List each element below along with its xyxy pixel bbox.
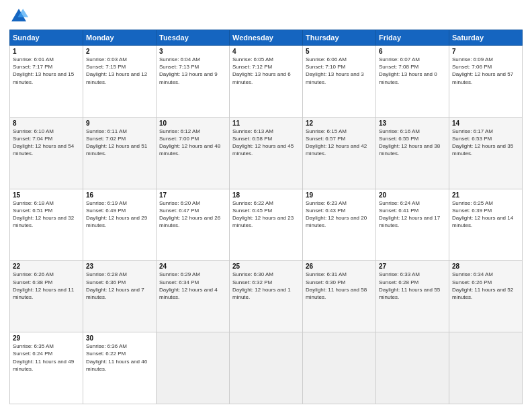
day-info: Sunrise: 6:25 AMSunset: 6:39 PMDaylight:… [452,200,513,229]
header [9,7,523,26]
day-number: 10 [159,120,226,127]
day-cell: 28Sunrise: 6:34 AMSunset: 6:26 PMDayligh… [449,261,523,332]
day-number: 1 [13,48,80,55]
day-info: Sunrise: 6:15 AMSunset: 6:57 PMDaylight:… [306,128,367,157]
day-cell [376,332,449,404]
day-number: 2 [86,48,153,55]
day-info: Sunrise: 6:11 AMSunset: 7:02 PMDaylight:… [86,128,147,157]
col-header-tuesday: Tuesday [157,30,230,46]
day-info: Sunrise: 6:16 AMSunset: 6:55 PMDaylight:… [379,128,440,157]
day-number: 27 [379,263,446,270]
day-info: Sunrise: 6:19 AMSunset: 6:49 PMDaylight:… [86,200,147,229]
day-cell: 20Sunrise: 6:24 AMSunset: 6:41 PMDayligh… [376,189,449,261]
day-cell: 27Sunrise: 6:33 AMSunset: 6:28 PMDayligh… [376,261,449,332]
week-row-4: 22Sunrise: 6:26 AMSunset: 6:38 PMDayligh… [10,261,523,332]
day-cell: 26Sunrise: 6:31 AMSunset: 6:30 PMDayligh… [303,261,376,332]
day-number: 6 [379,48,446,55]
day-info: Sunrise: 6:18 AMSunset: 6:51 PMDaylight:… [13,200,74,229]
day-number: 8 [13,120,80,127]
day-info: Sunrise: 6:28 AMSunset: 6:36 PMDaylight:… [86,271,144,300]
day-number: 3 [159,48,226,55]
day-cell: 14Sunrise: 6:17 AMSunset: 6:53 PMDayligh… [449,117,523,189]
day-cell: 7Sunrise: 6:09 AMSunset: 7:06 PMDaylight… [449,46,523,118]
day-cell: 23Sunrise: 6:28 AMSunset: 6:36 PMDayligh… [83,261,157,332]
day-info: Sunrise: 6:13 AMSunset: 6:58 PMDaylight:… [232,128,294,157]
day-cell: 11Sunrise: 6:13 AMSunset: 6:58 PMDayligh… [230,117,303,189]
day-info: Sunrise: 6:01 AMSunset: 7:17 PMDaylight:… [13,56,74,85]
day-info: Sunrise: 6:12 AMSunset: 7:00 PMDaylight:… [159,128,220,157]
day-cell [157,332,230,404]
day-info: Sunrise: 6:24 AMSunset: 6:41 PMDaylight:… [379,200,440,229]
day-cell: 4Sunrise: 6:05 AMSunset: 7:12 PMDaylight… [230,46,303,118]
day-info: Sunrise: 6:26 AMSunset: 6:38 PMDaylight:… [13,271,74,300]
day-number: 12 [306,120,373,127]
day-cell: 24Sunrise: 6:29 AMSunset: 6:34 PMDayligh… [157,261,230,332]
day-number: 29 [13,334,80,342]
day-cell: 29Sunrise: 6:35 AMSunset: 6:24 PMDayligh… [10,332,83,404]
day-info: Sunrise: 6:03 AMSunset: 7:15 PMDaylight:… [86,56,147,85]
page: SundayMondayTuesdayWednesdayThursdayFrid… [0,0,532,411]
calendar: SundayMondayTuesdayWednesdayThursdayFrid… [9,30,523,404]
col-header-friday: Friday [376,30,449,46]
day-number: 22 [13,263,80,270]
week-row-3: 15Sunrise: 6:18 AMSunset: 6:51 PMDayligh… [10,189,523,261]
col-header-thursday: Thursday [303,30,376,46]
day-number: 19 [306,191,373,199]
day-cell: 19Sunrise: 6:23 AMSunset: 6:43 PMDayligh… [303,189,376,261]
day-number: 13 [379,120,446,127]
day-cell [303,332,376,404]
day-cell: 12Sunrise: 6:15 AMSunset: 6:57 PMDayligh… [303,117,376,189]
day-cell: 8Sunrise: 6:10 AMSunset: 7:04 PMDaylight… [10,117,83,189]
day-number: 15 [13,191,80,199]
day-info: Sunrise: 6:20 AMSunset: 6:47 PMDaylight:… [159,200,220,229]
day-cell: 10Sunrise: 6:12 AMSunset: 7:00 PMDayligh… [157,117,230,189]
day-number: 18 [232,191,300,199]
day-info: Sunrise: 6:29 AMSunset: 6:34 PMDaylight:… [159,271,218,300]
day-number: 7 [452,48,519,55]
day-cell: 6Sunrise: 6:07 AMSunset: 7:08 PMDaylight… [376,46,449,118]
day-number: 17 [159,191,226,199]
week-row-2: 8Sunrise: 6:10 AMSunset: 7:04 PMDaylight… [10,117,523,189]
day-info: Sunrise: 6:35 AMSunset: 6:24 PMDaylight:… [13,343,74,372]
day-cell: 16Sunrise: 6:19 AMSunset: 6:49 PMDayligh… [83,189,157,261]
day-number: 4 [232,48,300,55]
day-number: 30 [86,334,153,342]
day-cell: 22Sunrise: 6:26 AMSunset: 6:38 PMDayligh… [10,261,83,332]
day-number: 11 [232,120,300,127]
day-number: 21 [452,191,519,199]
day-cell: 18Sunrise: 6:22 AMSunset: 6:45 PMDayligh… [230,189,303,261]
day-info: Sunrise: 6:31 AMSunset: 6:30 PMDaylight:… [306,271,367,300]
col-header-saturday: Saturday [449,30,523,46]
day-info: Sunrise: 6:22 AMSunset: 6:45 PMDaylight:… [232,200,294,229]
day-number: 25 [232,263,300,270]
day-cell: 17Sunrise: 6:20 AMSunset: 6:47 PMDayligh… [157,189,230,261]
day-cell: 21Sunrise: 6:25 AMSunset: 6:39 PMDayligh… [449,189,523,261]
col-header-monday: Monday [83,30,157,46]
logo [9,7,31,26]
week-row-5: 29Sunrise: 6:35 AMSunset: 6:24 PMDayligh… [10,332,523,404]
day-cell [230,332,303,404]
day-cell: 3Sunrise: 6:04 AMSunset: 7:13 PMDaylight… [157,46,230,118]
day-info: Sunrise: 6:05 AMSunset: 7:12 PMDaylight:… [232,56,291,85]
logo-icon [9,7,28,26]
col-header-sunday: Sunday [10,30,83,46]
day-info: Sunrise: 6:30 AMSunset: 6:32 PMDaylight:… [232,271,291,300]
day-info: Sunrise: 6:07 AMSunset: 7:08 PMDaylight:… [379,56,437,85]
day-info: Sunrise: 6:33 AMSunset: 6:28 PMDaylight:… [379,271,440,300]
day-cell: 5Sunrise: 6:06 AMSunset: 7:10 PMDaylight… [303,46,376,118]
day-number: 9 [86,120,153,127]
day-info: Sunrise: 6:10 AMSunset: 7:04 PMDaylight:… [13,128,74,157]
day-cell: 30Sunrise: 6:36 AMSunset: 6:22 PMDayligh… [83,332,157,404]
day-info: Sunrise: 6:06 AMSunset: 7:10 PMDaylight:… [306,56,364,85]
day-cell: 2Sunrise: 6:03 AMSunset: 7:15 PMDaylight… [83,46,157,118]
calendar-header-row: SundayMondayTuesdayWednesdayThursdayFrid… [10,30,523,46]
day-cell: 15Sunrise: 6:18 AMSunset: 6:51 PMDayligh… [10,189,83,261]
day-info: Sunrise: 6:23 AMSunset: 6:43 PMDaylight:… [306,200,367,229]
day-cell: 25Sunrise: 6:30 AMSunset: 6:32 PMDayligh… [230,261,303,332]
day-number: 24 [159,263,226,270]
day-info: Sunrise: 6:34 AMSunset: 6:26 PMDaylight:… [452,271,513,300]
day-cell: 1Sunrise: 6:01 AMSunset: 7:17 PMDaylight… [10,46,83,118]
day-cell: 9Sunrise: 6:11 AMSunset: 7:02 PMDaylight… [83,117,157,189]
day-info: Sunrise: 6:17 AMSunset: 6:53 PMDaylight:… [452,128,513,157]
day-info: Sunrise: 6:09 AMSunset: 7:06 PMDaylight:… [452,56,513,85]
